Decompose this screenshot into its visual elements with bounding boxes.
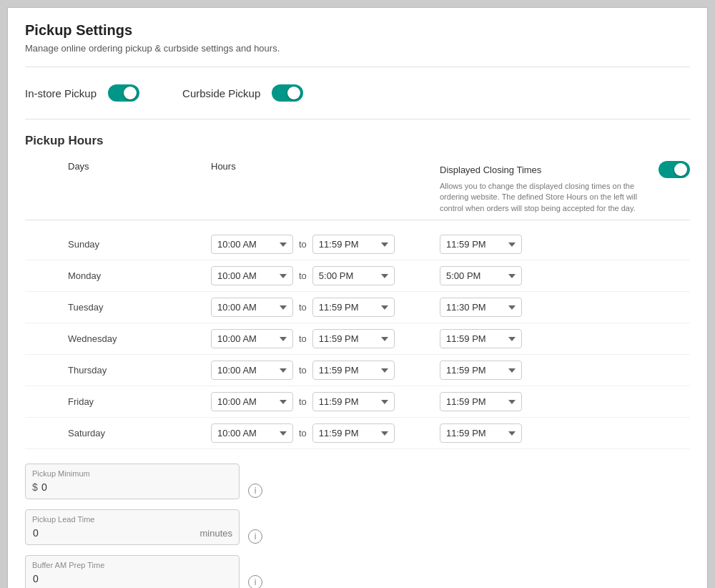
buffer-prep-field: Buffer AM Prep Time bbox=[25, 555, 240, 588]
display-close-select-saturday[interactable]: 12:00 AM12:30 AM1:00 AM1:30 AM2:00 AM2:3… bbox=[440, 423, 522, 443]
pickup-lead-time-row: Pickup Lead Time minutes i bbox=[25, 509, 690, 545]
display-close-saturday: 12:00 AM12:30 AM1:00 AM1:30 AM2:00 AM2:3… bbox=[440, 423, 690, 443]
page-wrapper: Pickup Settings Manage online ordering p… bbox=[7, 7, 708, 588]
close-time-sunday[interactable]: 12:00 AM12:30 AM1:00 AM1:30 AM2:00 AM2:3… bbox=[312, 235, 395, 254]
col-closing-desc: Allows you to change the displayed closi… bbox=[440, 181, 647, 214]
day-row: Saturday12:00 AM12:30 AM1:00 AM1:30 AM2:… bbox=[25, 418, 690, 449]
display-close-select-wednesday[interactable]: 12:00 AM12:30 AM1:00 AM1:30 AM2:00 AM2:3… bbox=[440, 329, 522, 348]
buffer-prep-input[interactable] bbox=[25, 555, 240, 588]
day-row: Wednesday12:00 AM12:30 AM1:00 AM1:30 AM2… bbox=[25, 323, 690, 355]
day-row: Sunday12:00 AM12:30 AM1:00 AM1:30 AM2:00… bbox=[25, 229, 690, 260]
toggle-row: In-store Pickup Curbside Pickup bbox=[25, 76, 690, 110]
to-text: to bbox=[299, 428, 307, 438]
buffer-prep-row: Buffer AM Prep Time i bbox=[25, 555, 690, 588]
display-close-select-monday[interactable]: 12:00 AM12:30 AM1:00 AM1:30 AM2:00 AM2:3… bbox=[440, 266, 522, 285]
display-close-select-thursday[interactable]: 12:00 AM12:30 AM1:00 AM1:30 AM2:00 AM2:3… bbox=[440, 361, 522, 380]
curbside-label: Curbside Pickup bbox=[182, 87, 260, 99]
open-time-tuesday[interactable]: 12:00 AM12:30 AM1:00 AM1:30 AM2:00 AM2:3… bbox=[211, 298, 293, 317]
hours-inputs-friday: 12:00 AM12:30 AM1:00 AM1:30 AM2:00 AM2:3… bbox=[211, 392, 440, 411]
day-name-monday: Monday bbox=[68, 270, 211, 281]
hours-inputs-sunday: 12:00 AM12:30 AM1:00 AM1:30 AM2:00 AM2:3… bbox=[211, 235, 440, 254]
display-close-select-sunday[interactable]: 12:00 AM12:30 AM1:00 AM1:30 AM2:00 AM2:3… bbox=[440, 235, 522, 254]
hours-inputs-wednesday: 12:00 AM12:30 AM1:00 AM1:30 AM2:00 AM2:3… bbox=[211, 329, 440, 348]
display-close-friday: 12:00 AM12:30 AM1:00 AM1:30 AM2:00 AM2:3… bbox=[440, 392, 690, 411]
curbside-toggle[interactable] bbox=[272, 84, 303, 102]
day-name-tuesday: Tuesday bbox=[68, 302, 211, 313]
close-time-monday[interactable]: 12:00 AM12:30 AM1:00 AM1:30 AM2:00 AM2:3… bbox=[312, 266, 395, 285]
close-time-tuesday[interactable]: 12:00 AM12:30 AM1:00 AM1:30 AM2:00 AM2:3… bbox=[312, 298, 395, 317]
day-name-thursday: Thursday bbox=[68, 365, 211, 376]
day-name-saturday: Saturday bbox=[68, 428, 211, 438]
buffer-prep-info-icon[interactable]: i bbox=[248, 575, 262, 588]
day-name-wednesday: Wednesday bbox=[68, 333, 211, 344]
day-rows-container: Sunday12:00 AM12:30 AM1:00 AM1:30 AM2:00… bbox=[25, 229, 690, 449]
closing-header-row: Displayed Closing Times bbox=[440, 161, 690, 178]
hours-inputs-saturday: 12:00 AM12:30 AM1:00 AM1:30 AM2:00 AM2:3… bbox=[211, 423, 440, 443]
curbside-pickup-toggle-item: Curbside Pickup bbox=[182, 84, 303, 102]
day-row: Thursday12:00 AM12:30 AM1:00 AM1:30 AM2:… bbox=[25, 355, 690, 386]
open-time-wednesday[interactable]: 12:00 AM12:30 AM1:00 AM1:30 AM2:00 AM2:3… bbox=[211, 329, 293, 348]
to-text: to bbox=[299, 270, 307, 281]
buffer-prep-label: Buffer AM Prep Time bbox=[32, 561, 104, 569]
open-time-sunday[interactable]: 12:00 AM12:30 AM1:00 AM1:30 AM2:00 AM2:3… bbox=[211, 235, 293, 254]
pickup-minimum-field: Pickup Minimum $ bbox=[25, 464, 240, 499]
display-close-thursday: 12:00 AM12:30 AM1:00 AM1:30 AM2:00 AM2:3… bbox=[440, 361, 690, 380]
close-time-wednesday[interactable]: 12:00 AM12:30 AM1:00 AM1:30 AM2:00 AM2:3… bbox=[312, 329, 395, 348]
day-name-sunday: Sunday bbox=[68, 239, 211, 250]
hours-inputs-monday: 12:00 AM12:30 AM1:00 AM1:30 AM2:00 AM2:3… bbox=[211, 266, 440, 285]
closing-times-slider bbox=[659, 161, 690, 178]
section-title: Pickup Hours bbox=[25, 134, 690, 148]
close-time-saturday[interactable]: 12:00 AM12:30 AM1:00 AM1:30 AM2:00 AM2:3… bbox=[312, 423, 395, 443]
divider-top bbox=[25, 67, 690, 67]
close-time-friday[interactable]: 12:00 AM12:30 AM1:00 AM1:30 AM2:00 AM2:3… bbox=[312, 392, 395, 411]
display-close-wednesday: 12:00 AM12:30 AM1:00 AM1:30 AM2:00 AM2:3… bbox=[440, 329, 690, 348]
to-text: to bbox=[299, 396, 307, 407]
open-time-monday[interactable]: 12:00 AM12:30 AM1:00 AM1:30 AM2:00 AM2:3… bbox=[211, 266, 293, 285]
pickup-lead-time-info-icon[interactable]: i bbox=[248, 529, 262, 544]
pickup-lead-time-suffix: minutes bbox=[199, 528, 232, 539]
open-time-thursday[interactable]: 12:00 AM12:30 AM1:00 AM1:30 AM2:00 AM2:3… bbox=[211, 361, 293, 380]
day-row: Friday12:00 AM12:30 AM1:00 AM1:30 AM2:00… bbox=[25, 386, 690, 418]
page-title: Pickup Settings bbox=[25, 22, 690, 39]
instore-pickup-toggle-item: In-store Pickup bbox=[25, 84, 139, 102]
pickup-lead-time-label: Pickup Lead Time bbox=[32, 515, 94, 524]
instore-slider bbox=[108, 84, 139, 102]
hours-header: Days Hours Displayed Closing Times Allow… bbox=[25, 158, 690, 220]
pickup-minimum-prefix: $ bbox=[32, 481, 38, 493]
form-section: Pickup Minimum $ i Pickup Lead Time minu… bbox=[25, 464, 690, 588]
display-close-sunday: 12:00 AM12:30 AM1:00 AM1:30 AM2:00 AM2:3… bbox=[440, 235, 690, 254]
col-hours-header: Hours bbox=[211, 161, 440, 214]
closing-times-toggle[interactable] bbox=[659, 161, 690, 178]
display-close-monday: 12:00 AM12:30 AM1:00 AM1:30 AM2:00 AM2:3… bbox=[440, 266, 690, 285]
pickup-minimum-row: Pickup Minimum $ i bbox=[25, 464, 690, 499]
divider-hours bbox=[25, 119, 690, 119]
display-close-select-tuesday[interactable]: 12:00 AM12:30 AM1:00 AM1:30 AM2:00 AM2:3… bbox=[440, 298, 522, 317]
display-close-select-friday[interactable]: 12:00 AM12:30 AM1:00 AM1:30 AM2:00 AM2:3… bbox=[440, 392, 522, 411]
display-close-tuesday: 12:00 AM12:30 AM1:00 AM1:30 AM2:00 AM2:3… bbox=[440, 298, 690, 317]
to-text: to bbox=[299, 365, 307, 376]
page-subtitle: Manage online ordering pickup & curbside… bbox=[25, 43, 690, 54]
open-time-friday[interactable]: 12:00 AM12:30 AM1:00 AM1:30 AM2:00 AM2:3… bbox=[211, 392, 293, 411]
pickup-minimum-info-icon[interactable]: i bbox=[248, 484, 262, 498]
instore-label: In-store Pickup bbox=[25, 87, 97, 99]
open-time-saturday[interactable]: 12:00 AM12:30 AM1:00 AM1:30 AM2:00 AM2:3… bbox=[211, 423, 293, 443]
to-text: to bbox=[299, 239, 307, 250]
instore-toggle[interactable] bbox=[108, 84, 139, 102]
to-text: to bbox=[299, 302, 307, 313]
hours-inputs-thursday: 12:00 AM12:30 AM1:00 AM1:30 AM2:00 AM2:3… bbox=[211, 361, 440, 380]
pickup-lead-time-field: Pickup Lead Time minutes bbox=[25, 509, 240, 545]
day-row: Monday12:00 AM12:30 AM1:00 AM1:30 AM2:00… bbox=[25, 260, 690, 292]
pickup-minimum-label: Pickup Minimum bbox=[32, 469, 90, 478]
col-closing-header: Displayed Closing Times Allows you to ch… bbox=[440, 161, 690, 214]
col-days-header: Days bbox=[68, 161, 211, 214]
day-row: Tuesday12:00 AM12:30 AM1:00 AM1:30 AM2:0… bbox=[25, 292, 690, 323]
curbside-slider bbox=[272, 84, 303, 102]
hours-inputs-tuesday: 12:00 AM12:30 AM1:00 AM1:30 AM2:00 AM2:3… bbox=[211, 298, 440, 317]
col-closing-title: Displayed Closing Times bbox=[440, 165, 541, 175]
day-name-friday: Friday bbox=[68, 396, 211, 407]
to-text: to bbox=[299, 333, 307, 344]
close-time-thursday[interactable]: 12:00 AM12:30 AM1:00 AM1:30 AM2:00 AM2:3… bbox=[312, 361, 395, 380]
